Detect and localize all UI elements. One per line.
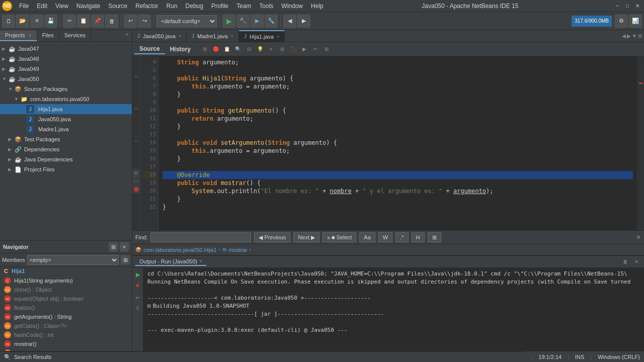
tree-java050[interactable]: ▼ ☕ Java050 xyxy=(0,74,132,84)
output-button[interactable]: ⊞ xyxy=(321,44,332,54)
tab-close-madre1[interactable]: × xyxy=(231,34,233,39)
toggle-bookmarks-button[interactable]: ⊞ xyxy=(200,44,210,54)
source-tab[interactable]: Source xyxy=(134,44,165,54)
minimize-button[interactable]: ─ xyxy=(613,2,622,11)
gutter-fold-6[interactable]: ─ xyxy=(132,72,140,80)
run-button[interactable]: ▶ xyxy=(222,15,235,28)
member-notify[interactable]: m notify() xyxy=(0,348,132,351)
undo-button[interactable]: ↩ xyxy=(124,15,137,28)
breadcrumb-method[interactable]: mostrar xyxy=(228,247,247,253)
find-usages-button[interactable]: 🔍 xyxy=(233,44,243,54)
step-button[interactable]: ▶ xyxy=(299,44,309,54)
stop-button[interactable]: ■ xyxy=(133,281,142,290)
member-getclass[interactable]: m getClass() : Class<?> xyxy=(0,321,132,330)
output-clear-button[interactable]: 🗑 xyxy=(621,257,630,266)
format-button[interactable]: ≡ xyxy=(266,44,276,54)
gutter-fold-10[interactable]: ─ xyxy=(132,105,140,113)
tree-java049[interactable]: ▶ ☕ Java049 xyxy=(0,64,132,74)
tab-close-java050[interactable]: × xyxy=(179,34,181,39)
tab-close-hija1[interactable]: × xyxy=(277,34,279,39)
tree-source-packages[interactable]: ▼ 📦 Source Packages xyxy=(0,84,132,94)
paste-button[interactable]: 📌 xyxy=(91,15,104,28)
code-action-button[interactable]: 💡 xyxy=(255,44,265,54)
tab-projects[interactable]: Projects × xyxy=(0,30,37,41)
editor-tab-java050[interactable]: J Java050.java × xyxy=(132,30,187,42)
breakpoint-button[interactable]: ⬛ xyxy=(288,44,298,54)
profiler-button[interactable]: 📊 xyxy=(629,15,642,28)
tree-madre1[interactable]: J Madre1.java xyxy=(0,124,132,134)
member-mostrar[interactable]: m mostrar() xyxy=(0,339,132,348)
menu-tools[interactable]: Tools xyxy=(255,2,277,11)
menu-debug[interactable]: Debug xyxy=(182,2,207,11)
cut-button[interactable]: ✂ xyxy=(63,15,76,28)
toggle-breakpoints-button[interactable]: 🔴 xyxy=(211,44,221,54)
member-getargumento[interactable]: m getArgumento() : String xyxy=(0,312,132,321)
menu-profile[interactable]: Profile xyxy=(207,2,232,11)
menu-edit[interactable]: Edit xyxy=(33,2,51,11)
menu-window[interactable]: Window xyxy=(277,2,307,11)
projects-tab-close[interactable]: × xyxy=(29,33,32,38)
tree-com-package[interactable]: ▼ 📁 com.laboratorio.java050 xyxy=(0,94,132,104)
menu-team[interactable]: Team xyxy=(232,2,255,11)
toggle-tasks-button[interactable]: 📋 xyxy=(222,44,232,54)
new-project-button[interactable]: 🗒 xyxy=(2,15,15,28)
find-input[interactable] xyxy=(150,232,251,242)
tree-java050-file[interactable]: J Java050.java xyxy=(0,114,132,124)
menu-navigate[interactable]: Navigate xyxy=(72,2,104,11)
tab-scroll-right[interactable]: ▶ xyxy=(627,33,631,39)
menu-refactor[interactable]: Refactor xyxy=(131,2,162,11)
menu-view[interactable]: View xyxy=(51,2,72,11)
copy-button[interactable]: 📋 xyxy=(77,15,90,28)
member-clone[interactable]: m clone() : Object xyxy=(0,285,132,294)
tab-files[interactable]: Files xyxy=(37,30,59,41)
editor-tab-madre1[interactable]: J Madre1.java × xyxy=(187,30,239,42)
member-hija1-constructor[interactable]: C Hija1(String argumento) xyxy=(0,276,132,285)
open-project-button[interactable]: 📂 xyxy=(16,15,29,28)
navigator-class-label[interactable]: C Hija1 xyxy=(0,267,132,275)
code-content[interactable]: String argumento; public Hija1(String ar… xyxy=(158,56,637,230)
gc-button[interactable]: ♻ xyxy=(615,15,628,28)
forward-button[interactable]: ▶ xyxy=(297,15,310,28)
members-sort-button[interactable]: ⊞ xyxy=(121,255,130,264)
output-close-button[interactable]: ✕ xyxy=(632,257,641,266)
tree-java047[interactable]: ▶ ☕ Java047 xyxy=(0,44,132,54)
gutter-fold-14[interactable]: ─ xyxy=(132,137,140,145)
whole-word-button[interactable]: W xyxy=(378,232,392,242)
find-wrap-button[interactable]: ⊞ xyxy=(428,232,441,242)
redo-button[interactable]: ↪ xyxy=(138,15,151,28)
panel-close-button[interactable]: × xyxy=(123,30,132,41)
config-dropdown[interactable]: <default config> xyxy=(156,15,217,27)
close-project-button[interactable]: ✕ xyxy=(30,15,43,28)
regex-button[interactable]: .* xyxy=(395,232,408,242)
clean-button[interactable]: 🔧 xyxy=(265,15,278,28)
toggle-fold-button[interactable]: ⊟ xyxy=(244,44,254,54)
debug-button[interactable]: ▶ xyxy=(251,15,264,28)
back-button[interactable]: ◀ xyxy=(283,15,296,28)
find-select-button[interactable]: ■ ■ Select xyxy=(323,232,356,242)
match-case-button[interactable]: Aa xyxy=(359,232,375,242)
breadcrumb-class[interactable]: com.laboratorio.java050.Hija1 xyxy=(143,247,217,253)
diff-button[interactable]: ⊞ xyxy=(277,44,287,54)
memory-indicator[interactable]: 317.6/900.0MB xyxy=(572,16,612,27)
scroll-lock-button[interactable]: ⇩ xyxy=(133,304,142,313)
history-tab[interactable]: History xyxy=(165,45,196,54)
find-close-button[interactable]: ✕ xyxy=(636,234,641,241)
tree-dependencies[interactable]: ▶ 🔗 Dependencies xyxy=(0,144,132,154)
rerun-button[interactable]: ↩ xyxy=(133,293,142,302)
tree-hija1[interactable]: J Hija1.java xyxy=(0,104,132,114)
word-wrap-button[interactable]: ↵ xyxy=(310,44,320,54)
highlight-button[interactable]: H xyxy=(412,232,425,242)
delete-button[interactable]: 🗑 xyxy=(105,15,118,28)
menu-source[interactable]: Source xyxy=(104,2,131,11)
tree-test-packages[interactable]: ▶ 📦 Test Packages xyxy=(0,134,132,144)
find-next-button[interactable]: Next ▶ xyxy=(293,232,319,242)
tree-java048[interactable]: ▶ ☕ Java048 xyxy=(0,54,132,64)
gutter-fold-19[interactable]: ─ xyxy=(132,177,140,185)
tree-project-files[interactable]: ▶ 📄 Project Files xyxy=(0,164,132,174)
run-again-button[interactable]: ▶ xyxy=(133,270,142,279)
navigator-options-button[interactable]: ⊞ xyxy=(109,242,118,251)
tab-menu-button[interactable]: ▼ xyxy=(632,33,637,39)
member-finalize[interactable]: m finalize() xyxy=(0,303,132,312)
tab-services[interactable]: Services xyxy=(59,30,91,41)
find-prev-button[interactable]: ◀ Previous xyxy=(254,232,290,242)
